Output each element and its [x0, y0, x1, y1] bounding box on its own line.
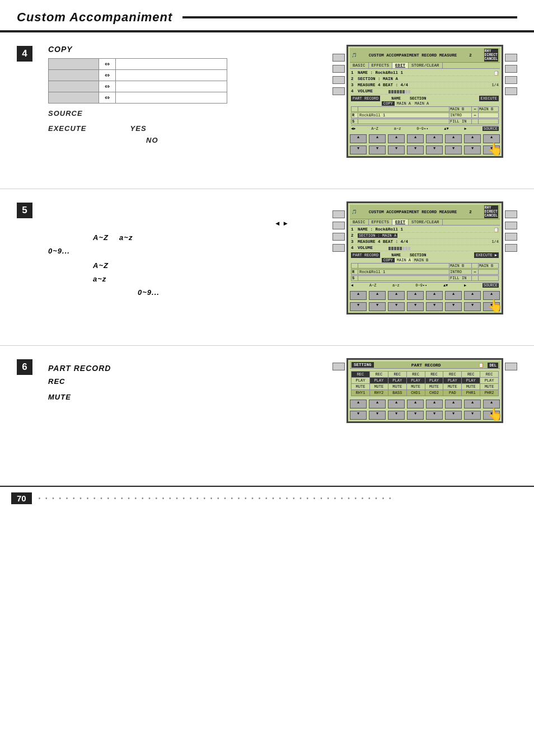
play-cell-6[interactable]: PLAY: [443, 378, 462, 384]
up-btn-2[interactable]: ▲: [369, 134, 386, 143]
side-btn-2[interactable]: [332, 65, 345, 73]
dn-btn-6-3[interactable]: ▼: [388, 411, 405, 420]
rec-cell-7[interactable]: REC: [462, 372, 480, 378]
up-btn-6-1[interactable]: ▲: [350, 400, 367, 408]
side-btn-5-1[interactable]: [332, 210, 345, 218]
lcd-screen-5: 🎵 CUSTOM ACCOMPANIMENT RECORD MEASURE 2 …: [346, 201, 503, 314]
dn-btn-6-6[interactable]: ▼: [445, 411, 462, 420]
up-btn-6-5[interactable]: ▲: [426, 400, 443, 408]
up-btn-6-7[interactable]: ▲: [464, 400, 481, 408]
mute-cell-6[interactable]: MUTE: [443, 384, 462, 390]
up-btn-5-1[interactable]: ▲: [350, 291, 367, 300]
dn-btn-6-4[interactable]: ▼: [407, 411, 424, 420]
dn-btn-5-2[interactable]: ▼: [369, 302, 386, 311]
tab-store-4[interactable]: STORE/CLEAR: [409, 63, 443, 68]
up-btn-5-7[interactable]: ▲: [464, 291, 481, 300]
side-btn-5-2[interactable]: [332, 222, 345, 229]
lcd-header-4: 🎵 CUSTOM ACCOMPANIMENT RECORD MEASURE 2 …: [350, 48, 500, 63]
side-rbtn-5-1[interactable]: [505, 210, 517, 218]
rec-cell-4[interactable]: REC: [406, 372, 425, 378]
rec-cell-1[interactable]: REC: [352, 372, 370, 378]
side-btn-1[interactable]: [332, 54, 345, 62]
mute-cell-5[interactable]: MUTE: [425, 384, 443, 390]
rec-cell-6[interactable]: REC: [443, 372, 462, 378]
execute-btn-4[interactable]: EXECUTE: [479, 96, 499, 101]
play-cell-8[interactable]: PLAY: [480, 378, 499, 384]
dn-btn-5-6[interactable]: ▼: [445, 302, 462, 311]
dn-btn-2[interactable]: ▼: [369, 145, 386, 154]
rec-cell-5[interactable]: REC: [425, 372, 443, 378]
side-btn-5-4[interactable]: [332, 244, 345, 252]
up-btn-3[interactable]: ▲: [388, 134, 405, 143]
source-label-4[interactable]: SOURCE: [483, 126, 499, 131]
dn-btn-4[interactable]: ▼: [407, 145, 424, 154]
tab-effects-5[interactable]: EFFECTS: [369, 219, 393, 225]
play-cell-5[interactable]: PLAY: [425, 378, 443, 384]
up-btn-5-4[interactable]: ▲: [407, 291, 424, 300]
source-label-5[interactable]: SOURCE: [483, 283, 499, 288]
rec-cell-2[interactable]: REC: [369, 372, 388, 378]
dn-btn-6[interactable]: ▼: [445, 145, 462, 154]
step-6-screen: SETTING PART RECORD 📋 DEL REC REC REC: [332, 358, 517, 475]
play-cell-1[interactable]: PLAY: [352, 378, 370, 384]
up-btn-7[interactable]: ▲: [464, 134, 481, 143]
play-cell-2[interactable]: PLAY: [369, 378, 388, 384]
up-btn-6-4[interactable]: ▲: [407, 400, 424, 408]
side-rbtn-3[interactable]: [505, 76, 517, 84]
mute-cell-3[interactable]: MUTE: [388, 384, 406, 390]
mute-cell-8[interactable]: MUTE: [480, 384, 499, 390]
play-cell-3[interactable]: PLAY: [388, 378, 406, 384]
side-btn-5-3[interactable]: [332, 233, 345, 241]
up-btn-6-6[interactable]: ▲: [445, 400, 462, 408]
dn-btn-3[interactable]: ▼: [388, 145, 405, 154]
dn-btn-6-5[interactable]: ▼: [426, 411, 443, 420]
up-btn-5-3[interactable]: ▲: [388, 291, 405, 300]
tab-edit-5[interactable]: EDIT: [392, 219, 409, 225]
side-rbtn-2[interactable]: [505, 65, 517, 73]
up-btn-5-2[interactable]: ▲: [369, 291, 386, 300]
dn-btn-5[interactable]: ▼: [426, 145, 443, 154]
side-rbtn-4[interactable]: [505, 87, 517, 95]
side-rbtn-5-2[interactable]: [505, 222, 517, 229]
dn-btn-6-7[interactable]: ▼: [464, 411, 481, 420]
up-btn-6[interactable]: ▲: [445, 134, 462, 143]
side-rbtn-6-1[interactable]: [505, 363, 517, 370]
side-rbtn-5-4[interactable]: [505, 244, 517, 252]
play-cell-7[interactable]: PLAY: [462, 378, 480, 384]
play-cell-4[interactable]: PLAY: [406, 378, 425, 384]
mute-cell-1[interactable]: MUTE: [352, 384, 370, 390]
dn-btn-6-2[interactable]: ▼: [369, 411, 386, 420]
dn-btn-7[interactable]: ▼: [464, 145, 481, 154]
tab-basic-4[interactable]: BASIC: [350, 63, 369, 68]
tab-store-5[interactable]: STORE/CLEAR: [409, 219, 443, 225]
rec-cell-3[interactable]: REC: [388, 372, 406, 378]
up-btn-6-2[interactable]: ▲: [369, 400, 386, 408]
dn-btn-5-5[interactable]: ▼: [426, 302, 443, 311]
mute-cell-4[interactable]: MUTE: [406, 384, 425, 390]
execute-btn-5[interactable]: EXECUTE ▶: [474, 252, 499, 258]
side-btn-3[interactable]: [332, 76, 345, 84]
side-rbtn-1[interactable]: [505, 54, 517, 62]
mute-cell-7[interactable]: MUTE: [462, 384, 480, 390]
tab-edit-4[interactable]: EDIT: [392, 63, 409, 68]
dn-btn-1[interactable]: ▼: [350, 145, 367, 154]
up-btn-1[interactable]: ▲: [350, 134, 367, 143]
up-btn-4[interactable]: ▲: [407, 134, 424, 143]
side-rbtn-5-3[interactable]: [505, 233, 517, 241]
tab-effects-4[interactable]: EFFECTS: [369, 63, 393, 68]
up-btn-6-3[interactable]: ▲: [388, 400, 405, 408]
dn-btn-5-4[interactable]: ▼: [407, 302, 424, 311]
dn-btn-5-3[interactable]: ▼: [388, 302, 405, 311]
side-btn-6-1[interactable]: [332, 363, 345, 370]
tab-basic-5[interactable]: BASIC: [350, 219, 369, 225]
dn-btn-5-7[interactable]: ▼: [464, 302, 481, 311]
up-btn-5-5[interactable]: ▲: [426, 291, 443, 300]
mute-cell-2[interactable]: MUTE: [369, 384, 388, 390]
dn-btn-6-1[interactable]: ▼: [350, 411, 367, 420]
up-btn-5[interactable]: ▲: [426, 134, 443, 143]
dn-btn-5-1[interactable]: ▼: [350, 302, 367, 311]
step-5-section: 5 ◄ ► A~Z a~z 0~9... A~Z a~z 0~9...: [0, 189, 534, 346]
up-btn-5-6[interactable]: ▲: [445, 291, 462, 300]
side-btn-4[interactable]: [332, 87, 345, 95]
rec-cell-8[interactable]: REC: [480, 372, 499, 378]
